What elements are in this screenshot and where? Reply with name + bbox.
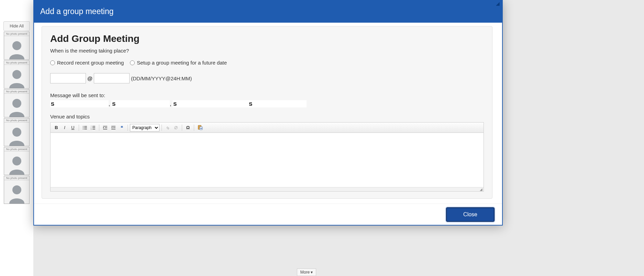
- numbered-list-icon[interactable]: 123: [89, 124, 97, 131]
- svg-point-5: [12, 185, 21, 194]
- student-card[interactable]: No photo present: [4, 60, 30, 89]
- radio-recent-label[interactable]: Record recent group meeting: [50, 60, 124, 66]
- no-photo-label: No photo present: [4, 147, 29, 151]
- student-card[interactable]: No photo present: [4, 89, 30, 117]
- svg-point-3: [12, 128, 21, 137]
- avatar-placeholder-icon: [4, 65, 29, 88]
- italic-icon[interactable]: I: [61, 124, 68, 131]
- toolbar-separator: [194, 125, 194, 131]
- bullet-list-icon[interactable]: [81, 124, 89, 131]
- svg-point-6: [83, 126, 84, 127]
- time-field[interactable]: [94, 73, 130, 83]
- radio-recent[interactable]: [50, 60, 55, 65]
- avatar-placeholder-icon: [4, 180, 29, 204]
- bold-icon[interactable]: B: [53, 124, 60, 131]
- student-card[interactable]: No photo present: [4, 147, 30, 175]
- underline-icon[interactable]: U: [69, 124, 77, 131]
- paste-word-icon[interactable]: W: [196, 124, 204, 131]
- indent-icon[interactable]: [110, 124, 117, 131]
- svg-rect-24: [113, 127, 115, 128]
- svg-point-4: [12, 157, 21, 165]
- svg-rect-17: [92, 129, 95, 129]
- sidebar: Hide All No photo present No photo prese…: [0, 0, 33, 276]
- hide-all-button[interactable]: Hide All: [3, 21, 30, 31]
- recipient-2: S: [111, 100, 170, 107]
- format-select[interactable]: Paragraph: [130, 124, 159, 131]
- svg-rect-20: [105, 127, 107, 128]
- svg-point-10: [83, 129, 84, 129]
- recipient-sep: ,: [109, 101, 110, 107]
- at-symbol: @: [87, 76, 92, 81]
- meeting-type-radios: Record recent group meeting Setup a grou…: [50, 60, 484, 66]
- modal-footer: Close: [34, 204, 502, 225]
- more-dropdown[interactable]: More ▾: [297, 268, 316, 276]
- recipients-label: Message will be sent to:: [50, 92, 484, 98]
- unlink-icon[interactable]: [172, 124, 180, 131]
- toolbar-separator: [127, 125, 128, 131]
- svg-text:3: 3: [91, 128, 92, 130]
- special-char-icon[interactable]: Ω: [184, 124, 192, 131]
- editor-resize-handle[interactable]: ◢: [51, 187, 484, 191]
- radio-future-label[interactable]: Setup a group meeting for a future date: [130, 60, 227, 66]
- recipients-row: S , S , S S: [50, 100, 484, 107]
- date-field[interactable]: [50, 73, 86, 83]
- svg-rect-13: [92, 126, 95, 126]
- rich-text-editor: B I U 123: [50, 122, 484, 192]
- toolbar-separator: [79, 125, 79, 131]
- no-photo-label: No photo present: [4, 61, 29, 65]
- modal-title: Add a group meeting: [40, 7, 114, 16]
- question-text: When is the meeting taking place?: [50, 48, 484, 54]
- editor-textarea[interactable]: [51, 133, 484, 187]
- modal-header: Add a group meeting ◢: [34, 0, 502, 23]
- avatar-placeholder-icon: [4, 94, 29, 117]
- toolbar-separator: [99, 125, 99, 131]
- svg-rect-18: [103, 126, 107, 126]
- avatar-placeholder-icon: [4, 151, 29, 175]
- student-card[interactable]: No photo present: [4, 32, 30, 60]
- svg-point-0: [12, 41, 21, 50]
- recipient-1: S: [50, 100, 109, 107]
- svg-rect-22: [111, 126, 115, 126]
- modal-add-group-meeting: Add a group meeting ◢ Add Group Meeting …: [33, 0, 503, 226]
- form-panel: Add Group Meeting When is the meeting ta…: [42, 26, 492, 199]
- svg-rect-7: [84, 126, 87, 126]
- svg-rect-9: [84, 127, 87, 128]
- no-photo-label: No photo present: [4, 90, 29, 94]
- svg-rect-15: [92, 127, 95, 128]
- recipient-3: S: [173, 100, 248, 107]
- svg-rect-21: [103, 129, 107, 129]
- resize-icon[interactable]: ◢: [496, 1, 501, 5]
- modal-body: Add Group Meeting When is the meeting ta…: [34, 23, 502, 204]
- caret-down-icon: ▾: [311, 270, 313, 275]
- svg-point-2: [12, 99, 21, 108]
- student-card[interactable]: No photo present: [4, 118, 30, 146]
- editor-toolbar: B I U 123: [51, 123, 484, 133]
- datetime-row: @ (DD/MM/YYYY@24H:MM): [50, 73, 484, 83]
- no-photo-label: No photo present: [4, 32, 29, 36]
- svg-point-1: [12, 70, 21, 79]
- svg-text:W: W: [200, 127, 202, 129]
- student-card[interactable]: No photo present: [4, 176, 30, 204]
- avatar-placeholder-icon: [4, 36, 29, 59]
- svg-marker-23: [111, 127, 112, 128]
- date-format-hint: (DD/MM/YYYY@24H:MM): [131, 76, 192, 81]
- close-button[interactable]: Close: [446, 207, 495, 222]
- link-icon[interactable]: [164, 124, 171, 131]
- avatar-placeholder-icon: [4, 123, 29, 146]
- recipient-4: S: [248, 100, 307, 107]
- venue-label: Venue and topics: [50, 114, 484, 119]
- radio-future[interactable]: [130, 60, 135, 65]
- svg-rect-11: [84, 129, 87, 129]
- recipient-sep: ,: [170, 101, 171, 107]
- no-photo-label: No photo present: [4, 176, 29, 180]
- svg-point-8: [83, 127, 84, 128]
- toolbar-separator: [162, 125, 162, 131]
- no-photo-label: No photo present: [4, 118, 29, 123]
- svg-marker-19: [103, 127, 104, 128]
- outdent-icon[interactable]: [101, 124, 109, 131]
- modal-scroll[interactable]: Add Group Meeting When is the meeting ta…: [37, 26, 499, 200]
- toolbar-separator: [182, 125, 182, 131]
- page-title: Add Group Meeting: [50, 33, 484, 44]
- svg-rect-25: [111, 129, 115, 129]
- blockquote-icon[interactable]: ❝: [118, 124, 125, 131]
